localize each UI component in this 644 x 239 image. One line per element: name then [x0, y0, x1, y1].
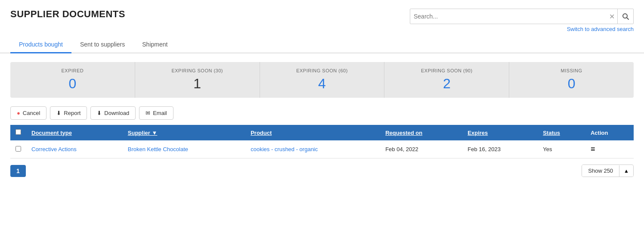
- stat-expiring-30[interactable]: EXPIRING SOON (30) 1: [135, 62, 260, 98]
- row-status: Yes: [538, 140, 585, 158]
- row-action: ≡: [585, 140, 634, 158]
- stat-missing-value: 0: [568, 76, 576, 92]
- stat-missing-label: MISSING: [561, 68, 582, 73]
- row-product: cookies - crushed - organic: [245, 140, 380, 158]
- stat-expiring-60-value: 4: [318, 76, 326, 92]
- search-submit-button[interactable]: [617, 9, 633, 24]
- show-select: Show 250 ▲: [582, 165, 634, 177]
- tab-products-bought[interactable]: Products bought: [10, 37, 71, 53]
- row-action-button[interactable]: ≡: [591, 145, 595, 154]
- page-1-button[interactable]: 1: [10, 165, 26, 177]
- cancel-button[interactable]: ● Cancel: [10, 106, 46, 120]
- download-label: Download: [104, 110, 129, 116]
- report-label: Report: [64, 110, 80, 116]
- tabs-container: Products bought Sent to suppliers Shipme…: [0, 37, 644, 53]
- report-icon: ⬇: [56, 110, 61, 116]
- tabs: Products bought Sent to suppliers Shipme…: [10, 37, 634, 53]
- cancel-icon: ●: [17, 110, 20, 116]
- row-checkbox-cell: [10, 140, 26, 158]
- select-all-checkbox[interactable]: [15, 129, 21, 135]
- search-bar: ✕: [410, 9, 634, 24]
- stat-missing[interactable]: MISSING 0: [509, 62, 634, 98]
- table-container: Document type Supplier ▼ Product Request…: [0, 125, 644, 158]
- table-header: Document type Supplier ▼ Product Request…: [10, 125, 634, 140]
- pagination-area: 1 Show 250 ▲: [0, 158, 644, 183]
- stat-expiring-90-value: 2: [443, 76, 451, 92]
- svg-line-1: [627, 18, 629, 19]
- col-action: Action: [585, 125, 634, 140]
- download-button[interactable]: ⬇ Download: [90, 106, 136, 120]
- page-title: SUPPLIER DOCUMENTS: [10, 9, 125, 20]
- col-product[interactable]: Product: [245, 125, 380, 140]
- report-button[interactable]: ⬇ Report: [50, 106, 87, 120]
- col-status[interactable]: Status: [538, 125, 585, 140]
- supplier-link[interactable]: Broken Kettle Chocolate: [128, 146, 188, 152]
- search-clear-button[interactable]: ✕: [607, 12, 617, 21]
- email-icon: ✉: [146, 110, 150, 116]
- row-document-type: Corrective Actions: [26, 140, 123, 158]
- page-header: SUPPLIER DOCUMENTS ✕ Switch to advanced …: [0, 0, 644, 37]
- col-supplier[interactable]: Supplier ▼: [123, 125, 245, 140]
- select-all-header: [10, 125, 26, 140]
- tab-sent-to-suppliers[interactable]: Sent to suppliers: [71, 37, 133, 53]
- stat-expired[interactable]: EXPIRED 0: [10, 62, 135, 98]
- row-checkbox[interactable]: [15, 146, 21, 152]
- stat-expired-value: 0: [69, 76, 77, 92]
- email-button[interactable]: ✉ Email: [139, 106, 173, 120]
- product-link[interactable]: cookies - crushed - organic: [251, 146, 318, 152]
- row-supplier: Broken Kettle Chocolate: [123, 140, 245, 158]
- col-document-type[interactable]: Document type: [26, 125, 123, 140]
- stat-expiring-60-label: EXPIRING SOON (60): [296, 68, 348, 73]
- search-input[interactable]: [410, 13, 607, 20]
- col-requested-on[interactable]: Requested on: [380, 125, 462, 140]
- stat-expiring-90-label: EXPIRING SOON (90): [421, 68, 473, 73]
- show-250-button[interactable]: Show 250: [582, 165, 619, 177]
- download-icon: ⬇: [97, 110, 102, 116]
- row-requested-on: Feb 04, 2022: [380, 140, 462, 158]
- toolbar: ● Cancel ⬇ Report ⬇ Download ✉ Email: [0, 106, 644, 125]
- documents-table: Document type Supplier ▼ Product Request…: [10, 125, 634, 158]
- stat-expiring-30-value: 1: [193, 76, 201, 92]
- stat-expiring-60[interactable]: EXPIRING SOON (60) 4: [260, 62, 385, 98]
- stats-bar: EXPIRED 0 EXPIRING SOON (30) 1 EXPIRING …: [10, 62, 634, 98]
- advanced-search-link[interactable]: Switch to advanced search: [567, 26, 634, 32]
- col-expires[interactable]: Expires: [462, 125, 538, 140]
- row-expires: Feb 16, 2023: [462, 140, 538, 158]
- stat-expiring-90[interactable]: EXPIRING SOON (90) 2: [384, 62, 509, 98]
- show-select-dropdown-button[interactable]: ▲: [619, 165, 633, 177]
- table-body: Corrective Actions Broken Kettle Chocola…: [10, 140, 634, 158]
- table-row: Corrective Actions Broken Kettle Chocola…: [10, 140, 634, 158]
- search-icon: [622, 13, 629, 20]
- document-type-link[interactable]: Corrective Actions: [31, 146, 77, 152]
- tab-shipment[interactable]: Shipment: [133, 37, 176, 53]
- cancel-label: Cancel: [23, 110, 40, 116]
- search-area: ✕ Switch to advanced search: [410, 9, 634, 32]
- email-label: Email: [153, 110, 167, 116]
- stat-expiring-30-label: EXPIRING SOON (30): [171, 68, 223, 73]
- stat-expired-label: EXPIRED: [62, 68, 84, 73]
